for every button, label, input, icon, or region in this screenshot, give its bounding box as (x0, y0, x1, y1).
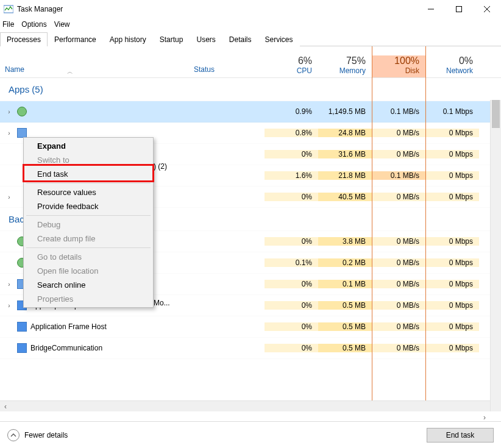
tab-services[interactable]: Services (258, 32, 300, 46)
net-value: 0 Mbps (425, 301, 479, 310)
chevron-up-icon (7, 429, 20, 441)
chevron-right-icon[interactable]: › (5, 194, 13, 201)
network-label: Network (425, 66, 473, 75)
disk-value: 0.1 MB/s (372, 171, 425, 180)
mem-value: 0.5 MB (318, 344, 372, 352)
horizontal-scrollbar[interactable]: ‹ › (0, 400, 490, 411)
cpu-value: 0% (265, 280, 318, 288)
group-background-label: Bac (9, 214, 24, 224)
scroll-right-icon[interactable]: › (479, 412, 490, 423)
obscured-row-suffix: ) (2) (154, 162, 167, 171)
process-name: Application Frame Host (30, 322, 107, 331)
net-value: 0 Mbps (425, 258, 479, 267)
disk-value: 0 MB/s (372, 258, 425, 267)
ctx-provide-feedback[interactable]: Provide feedback (24, 199, 153, 213)
ctx-search-online[interactable]: Search online (24, 278, 153, 292)
end-task-button[interactable]: End task (427, 428, 494, 443)
maximize-button[interactable] (445, 0, 473, 18)
chevron-right-icon[interactable]: › (5, 130, 13, 137)
column-status-label: Status (194, 65, 215, 74)
tab-performance[interactable]: Performance (48, 32, 103, 46)
tab-startup[interactable]: Startup (153, 32, 190, 46)
disk-pct: 100% (372, 55, 419, 66)
net-value: 0 Mbps (425, 150, 479, 158)
ctx-switch-to: Switch to (24, 153, 153, 167)
cpu-value: 0% (265, 322, 318, 331)
net-value: 0 Mbps (425, 280, 479, 288)
fewer-details-button[interactable]: Fewer details (7, 429, 68, 441)
disk-value: 0 MB/s (372, 150, 425, 158)
cpu-value: 1.6% (265, 171, 318, 180)
group-apps[interactable]: Apps (5) (0, 78, 501, 101)
column-name[interactable]: ︿ Name (0, 65, 189, 77)
cpu-value: 0% (265, 193, 318, 201)
chevron-right-icon[interactable]: › (5, 108, 13, 115)
mem-value: 3.8 MB (318, 237, 372, 246)
group-apps-label: Apps (5) (9, 84, 43, 94)
ctx-resource-values[interactable]: Resource values (24, 185, 153, 199)
cpu-label: CPU (265, 66, 312, 75)
column-name-label: Name (5, 65, 24, 74)
process-row[interactable]: Application Frame Host 0% 0.5 MB 0 MB/s … (0, 316, 501, 338)
ctx-separator (26, 215, 151, 216)
column-cpu[interactable]: 6% CPU (265, 55, 318, 77)
process-icon (17, 322, 27, 332)
disk-value: 0.1 MB/s (372, 107, 425, 116)
tab-details[interactable]: Details (222, 32, 258, 46)
vertical-scrollbar[interactable] (490, 100, 501, 411)
disk-value: 0 MB/s (372, 237, 425, 246)
process-icon (17, 343, 27, 353)
column-disk[interactable]: 100% Disk (372, 55, 425, 77)
footer: Fewer details End task (0, 421, 501, 448)
app-icon (4, 4, 13, 14)
ctx-open-location: Open file location (24, 264, 153, 278)
tab-users[interactable]: Users (190, 32, 222, 46)
menu-options[interactable]: Options (21, 20, 46, 29)
tab-processes[interactable]: Processes (0, 32, 48, 46)
disk-value: 0 MB/s (372, 322, 425, 331)
chevron-right-icon[interactable]: › (5, 281, 13, 288)
titlebar: Task Manager (0, 0, 501, 18)
ctx-properties: Properties (24, 292, 153, 306)
scrollbar-thumb[interactable] (492, 100, 500, 128)
menu-file[interactable]: File (2, 20, 14, 29)
process-icon (17, 107, 27, 116)
ctx-debug: Debug (24, 218, 153, 232)
scroll-left-icon[interactable]: ‹ (0, 401, 11, 412)
net-value: 0 Mbps (425, 193, 479, 201)
mem-value: 0.1 MB (318, 280, 372, 288)
process-row[interactable]: BridgeCommunication 0% 0.5 MB 0 MB/s 0 M… (0, 338, 501, 359)
process-name: BridgeCommunication (30, 344, 102, 352)
minimize-button[interactable] (417, 0, 445, 18)
disk-value: 0 MB/s (372, 129, 425, 137)
context-menu: Expand Switch to End task Resource value… (23, 137, 154, 308)
ctx-end-task[interactable]: End task (24, 167, 153, 181)
disk-value: 0 MB/s (372, 344, 425, 352)
net-value: 0 Mbps (425, 344, 479, 352)
memory-label: Memory (318, 66, 366, 75)
ctx-expand[interactable]: Expand (24, 139, 153, 153)
memory-pct: 75% (318, 55, 366, 66)
disk correntes disk-value: 0 MB/s (372, 301, 425, 310)
column-network[interactable]: 0% Network (425, 55, 479, 77)
net-value: 0 Mbps (425, 171, 479, 180)
net-value: 0 Mbps (425, 322, 479, 331)
column-status[interactable]: Status (189, 65, 265, 77)
ctx-go-to-details: Go to details (24, 250, 153, 264)
window-title: Task Manager (17, 5, 63, 13)
menu-view[interactable]: View (54, 20, 70, 29)
tab-app-history[interactable]: App history (103, 32, 153, 46)
disk-value: 0 MB/s (372, 193, 425, 201)
fewer-details-label: Fewer details (24, 431, 68, 439)
cpu-value: 0% (265, 301, 318, 310)
process-row[interactable]: › 0.9% 1,149.5 MB 0.1 MB/s 0.1 Mbps (0, 101, 501, 123)
ctx-separator (26, 183, 151, 183)
cpu-value: 0% (265, 150, 318, 158)
chevron-right-icon[interactable]: › (5, 302, 13, 309)
mem-value: 0.5 MB (318, 301, 372, 310)
cpu-value: 0.8% (265, 129, 318, 137)
column-memory[interactable]: 75% Memory (318, 55, 372, 77)
tabbar: Processes Performance App history Startu… (0, 30, 501, 46)
ctx-separator (26, 247, 151, 248)
close-button[interactable] (473, 0, 501, 18)
